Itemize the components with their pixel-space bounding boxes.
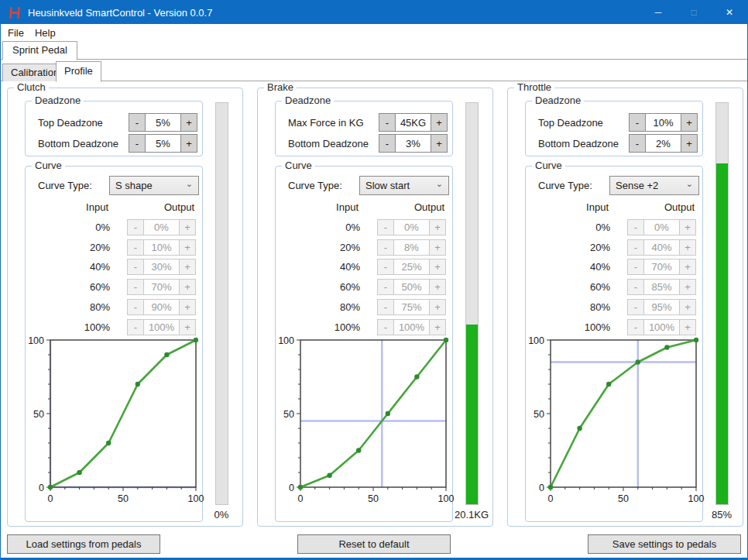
decrement-button: - <box>127 219 144 235</box>
decrement-button: - <box>627 219 644 235</box>
panel-title: Throttle <box>514 81 554 93</box>
input-label: 60% <box>63 281 110 293</box>
curve-type-select[interactable]: Slow start ⌄ <box>359 176 449 195</box>
spinner-value: 5% <box>145 113 181 132</box>
spinner-value: 45KG <box>395 113 431 132</box>
panel-throttle: Throttle Deadzone Top Deadzone - 10% + B… <box>507 88 743 527</box>
pedal-output-value: 0% <box>193 509 250 520</box>
output-spinner: - 0% + <box>627 219 696 235</box>
input-header: Input <box>562 201 609 213</box>
decrement-button: - <box>627 239 644 256</box>
decrement-button: - <box>627 299 644 315</box>
output-header: Output <box>125 201 196 213</box>
spinner-value: 3% <box>395 134 431 153</box>
menu-file[interactable]: File <box>8 27 24 39</box>
curve-type-label: Curve Type: <box>38 180 92 191</box>
menu-help[interactable]: Help <box>35 27 56 39</box>
increment-button[interactable]: + <box>681 134 698 153</box>
input-label: 80% <box>314 301 360 313</box>
spinner-value: 0% <box>393 219 430 235</box>
decrement-button[interactable]: - <box>379 113 396 132</box>
curve-type-value: Sense +2 <box>616 180 658 191</box>
decrement-button: - <box>627 259 644 275</box>
input-label: 0% <box>564 222 610 233</box>
device-tab-strip: Sprint Pedal <box>1 41 747 60</box>
output-spinner: - 70% + <box>127 279 196 295</box>
decrement-button: - <box>127 299 144 315</box>
increment-button: + <box>429 319 446 335</box>
deadzone-group-title: Deadzone <box>282 94 334 106</box>
increment-button[interactable]: + <box>681 113 698 132</box>
pedal-output-fill <box>466 325 478 504</box>
increment-button: + <box>679 279 696 295</box>
svg-text:100: 100 <box>528 335 544 346</box>
spinner-value: 100% <box>393 319 430 335</box>
output-spinner: - 10% + <box>127 239 196 256</box>
curve-type-select[interactable]: Sense +2 ⌄ <box>609 176 699 195</box>
tab-sprint-pedal[interactable]: Sprint Pedal <box>2 41 77 60</box>
input-label: 60% <box>564 281 610 293</box>
spinner-value: 100% <box>643 319 680 335</box>
increment-button[interactable]: + <box>180 134 197 153</box>
increment-button: + <box>429 279 446 295</box>
input-label: 0% <box>314 222 360 233</box>
deadzone-row-label: Bottom Deadzone <box>288 138 369 149</box>
spinner-value: 2% <box>645 134 681 153</box>
decrement-button[interactable]: - <box>129 134 146 153</box>
decrement-button[interactable]: - <box>129 113 146 132</box>
spinner-value: 70% <box>143 279 180 295</box>
curve-type-value: S shape <box>115 180 153 191</box>
curve-group-title: Curve <box>532 160 565 171</box>
decrement-button: - <box>127 259 144 275</box>
spinner-value: 75% <box>393 299 430 315</box>
svg-text:100: 100 <box>188 493 204 504</box>
spinner-value: 70% <box>643 259 680 275</box>
increment-button: + <box>679 319 696 335</box>
input-label: 80% <box>564 301 610 313</box>
svg-text:50: 50 <box>368 493 379 504</box>
output-spinner: - 100% + <box>377 319 446 335</box>
svg-text:50: 50 <box>534 409 544 420</box>
increment-button: + <box>679 299 696 315</box>
svg-text:0: 0 <box>548 493 554 504</box>
panel-title: Brake <box>264 81 297 93</box>
output-spinner: - 0% + <box>377 219 446 235</box>
increment-button: + <box>679 239 696 256</box>
curve-chart: 050100050100 <box>526 334 712 509</box>
increment-button[interactable]: + <box>431 134 448 153</box>
decrement-button[interactable]: - <box>379 134 396 153</box>
decrement-button: - <box>127 319 144 335</box>
spinner-value: 95% <box>643 299 680 315</box>
curve-group: Curve Curve Type: Sense +2 ⌄ Input Outpu… <box>525 166 703 522</box>
app-window: Heusinkveld SmartControl - Version 0.0.7… <box>0 0 748 560</box>
reset-default-button[interactable]: Reset to default <box>297 534 451 554</box>
increment-button: + <box>179 319 196 335</box>
pedal-output-value: 20.1KG <box>443 509 500 520</box>
decrement-button[interactable]: - <box>629 113 646 132</box>
input-label: 20% <box>314 242 360 253</box>
pedal-output-bar <box>215 102 228 505</box>
heusinkveld-logo-icon <box>8 6 22 19</box>
input-label: 20% <box>63 242 110 253</box>
close-button[interactable]: ✕ <box>712 1 747 24</box>
decrement-button[interactable]: - <box>629 134 646 153</box>
spinner-value: 25% <box>393 259 430 275</box>
minimize-button[interactable]: ─ <box>640 1 676 24</box>
output-spinner: - 95% + <box>627 299 696 315</box>
curve-group: Curve Curve Type: S shape ⌄ Input Output… <box>25 166 203 522</box>
increment-button: + <box>179 259 196 275</box>
increment-button[interactable]: + <box>431 113 448 132</box>
curve-type-select[interactable]: S shape ⌄ <box>109 176 199 195</box>
input-label: 100% <box>63 321 110 333</box>
increment-button: + <box>679 259 696 275</box>
increment-button[interactable]: + <box>180 113 197 132</box>
input-label: 100% <box>564 321 610 333</box>
save-settings-button[interactable]: Save settings to pedals <box>588 534 741 554</box>
load-settings-button[interactable]: Load settings from pedals <box>7 534 160 554</box>
curve-type-label: Curve Type: <box>538 180 592 191</box>
deadzone-row-label: Top Deadzone <box>538 117 603 129</box>
pedal-output-fill <box>716 163 728 504</box>
tab-profile[interactable]: Profile <box>56 61 101 82</box>
input-label: 0% <box>63 222 110 233</box>
svg-text:50: 50 <box>118 493 129 504</box>
